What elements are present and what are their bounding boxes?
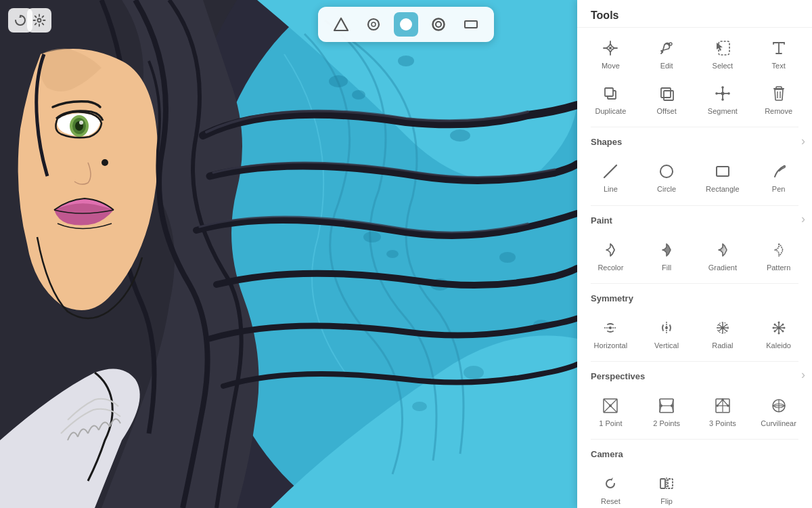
tool-3points[interactable]: 3 Points — [695, 388, 751, 433]
svg-point-27 — [609, 47, 612, 49]
paint-grid: Recolor Fill — [577, 230, 812, 280]
camera-grid: Reset Flip — [577, 463, 812, 508]
vertical-label: Vertical — [654, 341, 679, 350]
svg-point-2 — [329, 75, 348, 87]
tool-rectangle[interactable]: Rectangle — [695, 154, 751, 199]
canvas-area[interactable] — [0, 0, 577, 508]
tool-2points[interactable]: 2 Points — [639, 388, 695, 433]
svg-line-65 — [604, 406, 610, 412]
svg-rect-32 — [664, 91, 673, 100]
svg-rect-31 — [661, 88, 671, 98]
svg-rect-45 — [717, 167, 729, 176]
text-label: Text — [772, 62, 786, 70]
pattern-label: Pattern — [767, 263, 790, 272]
svg-line-62 — [604, 399, 610, 406]
svg-point-12 — [412, 402, 427, 411]
tool-1point[interactable]: 1 Point — [583, 388, 639, 433]
tool-reset[interactable]: Reset — [583, 466, 639, 508]
pattern-icon — [768, 239, 790, 261]
horizontal-icon — [600, 317, 621, 339]
tool-offset[interactable]: Offset — [639, 76, 695, 121]
tool-circle[interactable]: Circle — [639, 154, 695, 199]
svg-point-37 — [727, 92, 730, 95]
svg-point-5 — [450, 129, 470, 142]
duplicate-icon — [600, 83, 621, 104]
gradient-label: Gradient — [708, 263, 737, 272]
offset-label: Offset — [657, 107, 677, 116]
divider-paint — [591, 205, 798, 206]
tool-curvilinear[interactable]: Curvilinear — [750, 388, 807, 433]
radial-label: Radial — [712, 341, 733, 350]
svg-line-80 — [717, 400, 723, 406]
remove-icon — [768, 83, 790, 104]
divider-perspectives — [591, 361, 798, 362]
tool-recolor[interactable]: Recolor — [583, 232, 639, 278]
svg-point-58 — [773, 330, 775, 332]
svg-line-43 — [604, 165, 616, 177]
toolbar-triangle[interactable] — [329, 12, 353, 37]
shapes-arrow: › — [801, 133, 805, 148]
paint-arrow: › — [801, 212, 805, 226]
divider-camera — [591, 439, 798, 440]
circle-label: Circle — [657, 185, 676, 194]
tool-pen[interactable]: Pen — [750, 154, 807, 199]
segment-label: Segment — [708, 107, 738, 116]
svg-point-60 — [773, 323, 775, 325]
tool-remove[interactable]: Remove — [750, 76, 807, 121]
2points-icon — [656, 395, 677, 417]
svg-point-35 — [721, 92, 724, 96]
offset-icon — [656, 83, 677, 104]
tool-duplicate[interactable]: Duplicate — [583, 76, 639, 121]
tool-pattern[interactable]: Pattern — [750, 232, 807, 278]
tool-horizontal[interactable]: Horizontal — [583, 310, 639, 356]
svg-rect-87 — [668, 479, 673, 488]
tool-vertical[interactable]: Vertical — [639, 310, 695, 356]
svg-point-54 — [782, 323, 784, 325]
tool-fill[interactable]: Fill — [639, 232, 695, 278]
svg-point-44 — [660, 165, 673, 177]
tool-edit[interactable]: Edit — [639, 30, 695, 76]
svg-point-21 — [371, 22, 376, 26]
tool-gradient[interactable]: Gradient — [695, 232, 751, 278]
tool-line[interactable]: Line — [583, 154, 639, 199]
reset-icon — [600, 473, 621, 494]
curvilinear-label: Curvilinear — [761, 419, 796, 428]
svg-line-81 — [723, 400, 728, 406]
select-icon — [712, 37, 734, 59]
panel-title: Tools — [577, 0, 812, 28]
edit-label: Edit — [660, 62, 673, 70]
tool-kaleido[interactable]: Kaleido — [750, 310, 807, 356]
fill-label: Fill — [662, 263, 671, 272]
shapes-grid: Line Circle Rectangle — [577, 151, 812, 202]
toolbar-rectangle[interactable] — [459, 12, 483, 37]
tool-move[interactable]: Move — [583, 30, 639, 76]
svg-point-74 — [671, 404, 673, 407]
1point-label: 1 Point — [599, 419, 622, 428]
edit-icon — [656, 37, 677, 59]
3points-label: 3 Points — [709, 419, 736, 428]
perspectives-arrow: › — [801, 368, 805, 382]
perspectives-label: Perspectives — [577, 364, 812, 385]
toolbar-circle-ring[interactable] — [426, 12, 451, 37]
line-label: Line — [604, 185, 618, 194]
tool-segment[interactable]: Segment — [695, 76, 751, 121]
tool-flip[interactable]: Flip — [639, 466, 695, 508]
gradient-icon — [712, 239, 734, 261]
recolor-label: Recolor — [597, 263, 623, 272]
pen-label: Pen — [772, 185, 786, 194]
settings-button[interactable] — [27, 8, 51, 33]
perspectives-grid: 1 Point 2 Points — [577, 385, 812, 436]
toolbar-circle-filled[interactable] — [394, 12, 418, 37]
divider-shapes — [591, 127, 798, 127]
paint-label: Paint — [577, 209, 812, 230]
tool-radial[interactable]: Radial — [695, 310, 751, 356]
tool-text[interactable]: Text — [750, 30, 807, 76]
toolbar-circle-outline[interactable] — [361, 12, 386, 37]
svg-line-63 — [610, 399, 617, 406]
horizontal-label: Horizontal — [594, 341, 628, 350]
line-icon — [600, 161, 621, 182]
tool-select[interactable]: Select — [695, 30, 751, 76]
shapes-section-header: Shapes › — [577, 130, 812, 151]
flip-icon — [656, 473, 677, 494]
reset-label: Reset — [601, 497, 621, 506]
